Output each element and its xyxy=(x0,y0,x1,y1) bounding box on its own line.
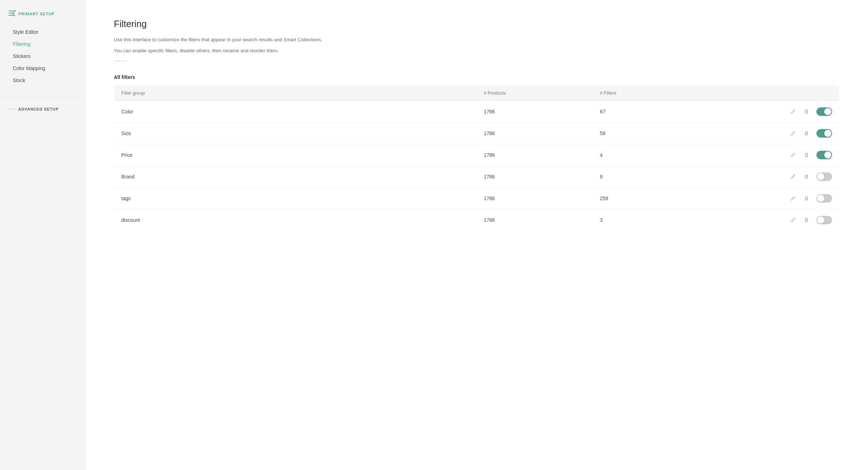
svg-point-36 xyxy=(805,218,806,219)
drag-handle-button[interactable] xyxy=(803,108,810,115)
primary-nav: Style Editor Filtering Stickers Color Ma… xyxy=(0,26,85,98)
svg-point-30 xyxy=(805,197,806,197)
edit-button[interactable] xyxy=(789,195,796,202)
svg-point-22 xyxy=(805,156,806,157)
page-title: Filtering xyxy=(114,18,840,30)
filter-toggle[interactable] xyxy=(816,151,832,159)
products-cell: 1786 xyxy=(477,101,593,122)
svg-point-28 xyxy=(805,178,806,178)
filter-toggle[interactable] xyxy=(816,129,832,138)
sidebar-item-color-mapping[interactable]: Color Mapping xyxy=(0,62,85,74)
filters-count-cell: 9 xyxy=(593,166,709,187)
svg-point-13 xyxy=(807,132,808,132)
filters-count-cell: 4 xyxy=(593,144,709,166)
filters-count-cell: 59 xyxy=(593,122,709,144)
drag-handle-button[interactable] xyxy=(803,173,810,180)
svg-point-37 xyxy=(807,218,808,219)
svg-point-32 xyxy=(805,198,806,199)
svg-point-16 xyxy=(805,134,806,135)
svg-rect-2 xyxy=(9,15,13,16)
table-row: tags 1786 259 xyxy=(114,187,840,209)
filter-name-cell: tags xyxy=(114,187,477,209)
svg-point-26 xyxy=(805,176,806,177)
svg-point-8 xyxy=(805,111,806,112)
products-cell: 1786 xyxy=(477,166,593,187)
main-content: Filtering Use this interface to customiz… xyxy=(85,0,868,470)
actions-cell xyxy=(709,101,839,122)
filter-name-cell: Brand xyxy=(114,166,477,187)
primary-setup-label: PRIMARY SETUP xyxy=(18,12,54,16)
drag-handle-button[interactable] xyxy=(803,195,810,202)
svg-point-19 xyxy=(807,153,808,154)
table-row: Color 1786 67 xyxy=(114,101,840,122)
drag-handle-button[interactable] xyxy=(803,151,810,159)
drag-handle-button[interactable] xyxy=(803,130,810,137)
actions-cell xyxy=(709,166,839,187)
advanced-setup-header: ··· ADVANCED SETUP xyxy=(9,106,76,112)
actions-cell xyxy=(709,144,839,166)
sidebar-item-stock[interactable]: Stock xyxy=(0,74,85,86)
filters-count-cell: 67 xyxy=(593,101,709,122)
table-row: discount 1786 3 xyxy=(114,209,840,231)
svg-point-3 xyxy=(14,10,15,12)
col-header-products: # Products xyxy=(477,85,593,101)
advanced-setup-dots: ··· xyxy=(9,106,15,112)
svg-point-7 xyxy=(807,110,808,111)
edit-button[interactable] xyxy=(789,217,796,224)
page-description-1: Use this interface to customize the filt… xyxy=(114,36,840,44)
page-description-2: You can enable specific filters, disable… xyxy=(114,47,840,55)
edit-button[interactable] xyxy=(789,130,796,137)
filter-toggle[interactable] xyxy=(816,107,832,116)
products-cell: 1786 xyxy=(477,209,593,231)
table-row: Brand 1786 9 xyxy=(114,166,840,187)
edit-button[interactable] xyxy=(789,151,796,159)
sidebar-item-filtering[interactable]: Filtering xyxy=(0,38,85,50)
table-header-row: Filter group # Products # Filters xyxy=(114,85,840,101)
primary-setup-header: PRIMARY SETUP xyxy=(0,10,85,26)
filter-name-cell: Size xyxy=(114,122,477,144)
table-row: Price 1786 4 xyxy=(114,144,840,166)
filter-toggle[interactable] xyxy=(816,172,832,181)
svg-point-27 xyxy=(807,176,808,177)
svg-point-24 xyxy=(805,175,806,176)
primary-setup-icon xyxy=(9,10,16,17)
svg-point-4 xyxy=(12,12,14,14)
products-cell: 1786 xyxy=(477,144,593,166)
svg-point-35 xyxy=(807,199,808,200)
actions-cell xyxy=(709,122,839,144)
svg-point-6 xyxy=(805,110,806,111)
svg-point-34 xyxy=(805,199,806,200)
sidebar: PRIMARY SETUP Style Editor Filtering Sti… xyxy=(0,0,85,470)
advanced-setup-section: ··· ADVANCED SETUP xyxy=(0,98,85,112)
svg-point-14 xyxy=(805,133,806,134)
svg-point-38 xyxy=(805,220,806,220)
svg-point-31 xyxy=(807,197,808,197)
svg-point-23 xyxy=(807,156,808,157)
svg-point-5 xyxy=(13,15,15,16)
sidebar-item-style-editor[interactable]: Style Editor xyxy=(0,26,85,38)
all-filters-section-title: All filters xyxy=(114,74,840,80)
svg-rect-0 xyxy=(9,11,14,11)
filter-name-cell: discount xyxy=(114,209,477,231)
actions-cell xyxy=(709,187,839,209)
drag-handle-button[interactable] xyxy=(803,217,810,224)
section-divider xyxy=(114,61,127,62)
advanced-setup-label: ADVANCED SETUP xyxy=(18,107,59,111)
svg-point-33 xyxy=(807,198,808,199)
filter-name-cell: Price xyxy=(114,144,477,166)
filter-toggle[interactable] xyxy=(816,216,832,224)
edit-button[interactable] xyxy=(789,108,796,115)
filter-toggle[interactable] xyxy=(816,194,832,203)
sidebar-item-stickers[interactable]: Stickers xyxy=(0,50,85,62)
edit-button[interactable] xyxy=(789,173,796,180)
products-cell: 1786 xyxy=(477,187,593,209)
col-header-filters: # Filters xyxy=(593,85,709,101)
filter-table: Filter group # Products # Filters Color … xyxy=(114,85,840,231)
svg-point-41 xyxy=(807,221,808,222)
products-cell: 1786 xyxy=(477,122,593,144)
col-header-actions xyxy=(709,85,839,101)
filters-count-cell: 3 xyxy=(593,209,709,231)
svg-point-9 xyxy=(807,111,808,112)
svg-point-12 xyxy=(805,132,806,132)
svg-point-17 xyxy=(807,134,808,135)
